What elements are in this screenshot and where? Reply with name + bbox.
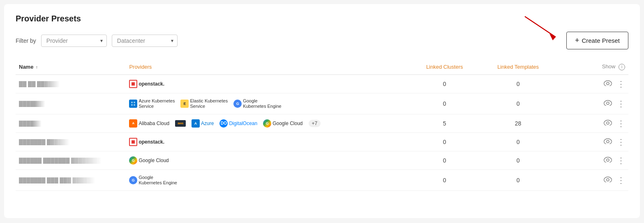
row-actions-cell: ⋮	[555, 170, 628, 190]
svg-point-8	[607, 122, 609, 124]
provider-azure-k8s: Azure KubernetesService	[129, 98, 175, 109]
svg-point-9	[607, 140, 609, 143]
table-row: ██████ A Alibaba Cloud aws A Azure DO Di…	[16, 114, 628, 132]
col-name[interactable]: Name ↑	[16, 59, 126, 74]
provider-openstack: openstack.	[129, 80, 164, 88]
datacenter-select-wrapper: Datacenter	[112, 35, 178, 47]
toolbar: Filter by Provider Datacenter + Create P…	[16, 32, 628, 49]
row-linked-templates: 0	[481, 74, 555, 93]
row-actions-cell: ⋮	[555, 93, 628, 114]
row-providers-cell: openstack.	[126, 74, 408, 93]
row-providers-cell: G GoogleKubernetes Engine	[126, 170, 408, 190]
row-linked-clusters: 0	[408, 132, 481, 151]
table-row: ███████ ███ ███ ██████ G GoogleKubernete…	[16, 170, 628, 190]
more-options-icon[interactable]: ⋮	[617, 119, 625, 128]
provider-google-cloud: G Google Cloud	[263, 119, 302, 128]
row-providers-cell: Azure KubernetesService E Elastic Kubern…	[126, 93, 408, 114]
col-show: Show i	[555, 59, 628, 74]
provider-elastic-k8s: E Elastic KubernetesService	[180, 98, 228, 109]
more-options-icon[interactable]: ⋮	[617, 156, 625, 165]
row-linked-clusters: 5	[408, 114, 481, 132]
visibility-toggle-icon[interactable]	[604, 177, 612, 184]
svg-point-3	[131, 102, 133, 103]
provider-select-wrapper: Provider	[41, 35, 107, 47]
row-linked-templates: 0	[481, 93, 555, 114]
plus-icon: +	[575, 36, 579, 45]
row-linked-templates: 0	[481, 151, 555, 170]
row-name-cell: ███████	[16, 93, 126, 114]
svg-point-10	[607, 159, 609, 161]
provider-azure: A Azure	[192, 119, 214, 128]
table-row: ██ ██ ██████ openstack. 00 ⋮	[16, 74, 628, 93]
create-preset-button[interactable]: + Create Preset	[566, 32, 628, 49]
row-name-cell: ██ ██ ██████	[16, 74, 126, 93]
row-name-cell: ███████ ██████	[16, 132, 126, 151]
row-name-cell: ███████ ███ ███ ██████	[16, 170, 126, 190]
more-options-icon[interactable]: ⋮	[617, 138, 625, 146]
filter-section: Filter by Provider Datacenter	[16, 35, 178, 47]
col-linked-templates: Linked Templates	[481, 59, 555, 74]
table-row: ██████ ███████ ████████ G Google Cloud 0…	[16, 151, 628, 170]
row-name-cell: ██████	[16, 114, 126, 132]
visibility-toggle-icon[interactable]	[604, 157, 612, 164]
col-linked-clusters: Linked Clusters	[408, 59, 481, 74]
datacenter-select[interactable]: Datacenter	[112, 35, 178, 47]
svg-point-4	[134, 102, 135, 103]
sort-asc-icon: ↑	[36, 65, 38, 70]
row-linked-clusters: 0	[408, 170, 481, 190]
visibility-toggle-icon[interactable]	[604, 100, 612, 107]
svg-point-7	[607, 102, 609, 105]
table-row: ███████ ██████ openstack. 00 ⋮	[16, 132, 628, 151]
provider-google-k8s: G GoogleKubernetes Engine	[129, 175, 177, 186]
row-providers-cell: G Google Cloud	[126, 151, 408, 170]
row-linked-templates: 0	[481, 132, 555, 151]
row-linked-clusters: 0	[408, 74, 481, 93]
provider-openstack: openstack.	[129, 138, 164, 146]
row-providers-cell: A Alibaba Cloud aws A Azure DO DigitalOc…	[126, 114, 408, 132]
create-preset-label: Create Preset	[582, 37, 620, 44]
row-linked-templates: 0	[481, 170, 555, 190]
row-linked-clusters: 0	[408, 93, 481, 114]
provider-select[interactable]: Provider	[41, 35, 107, 47]
more-options-icon[interactable]: ⋮	[617, 80, 625, 88]
visibility-toggle-icon[interactable]	[604, 138, 612, 146]
more-options-icon[interactable]: ⋮	[617, 176, 625, 184]
provider-alibaba: A Alibaba Cloud	[129, 119, 169, 128]
table-row: ███████ Azure KubernetesService E Elasti…	[16, 93, 628, 114]
provider-google-cloud: G Google Cloud	[129, 156, 169, 165]
svg-point-2	[607, 82, 609, 85]
col-providers: Providers	[126, 59, 408, 74]
provider-google-k8s: G GoogleKubernetes Engine	[233, 98, 282, 109]
table-header-row: Name ↑ Providers Linked Clusters Linked …	[16, 59, 628, 74]
provider-digitalocean: DO DigitalOcean	[219, 119, 257, 128]
row-actions-cell: ⋮	[555, 114, 628, 132]
row-providers-cell: openstack.	[126, 132, 408, 151]
filter-label: Filter by	[16, 37, 36, 44]
row-actions-cell: ⋮	[555, 151, 628, 170]
row-actions-cell: ⋮	[555, 132, 628, 151]
svg-point-11	[607, 179, 609, 181]
show-info-icon[interactable]: i	[619, 64, 625, 70]
page-title: Provider Presets	[16, 14, 628, 23]
svg-point-5	[131, 104, 133, 106]
visibility-toggle-icon[interactable]	[604, 80, 612, 88]
row-linked-clusters: 0	[408, 151, 481, 170]
row-actions-cell: ⋮	[555, 74, 628, 93]
provider-more: +7	[309, 120, 321, 127]
more-options-icon[interactable]: ⋮	[617, 100, 625, 108]
provider-aws: aws	[175, 120, 186, 127]
visibility-toggle-icon[interactable]	[604, 120, 612, 127]
row-name-cell: ██████ ███████ ████████	[16, 151, 126, 170]
row-linked-templates: 28	[481, 114, 555, 132]
presets-table: Name ↑ Providers Linked Clusters Linked …	[16, 59, 628, 191]
page-container: Provider Presets Filter by Provider Data…	[4, 4, 640, 218]
svg-point-6	[134, 104, 135, 106]
